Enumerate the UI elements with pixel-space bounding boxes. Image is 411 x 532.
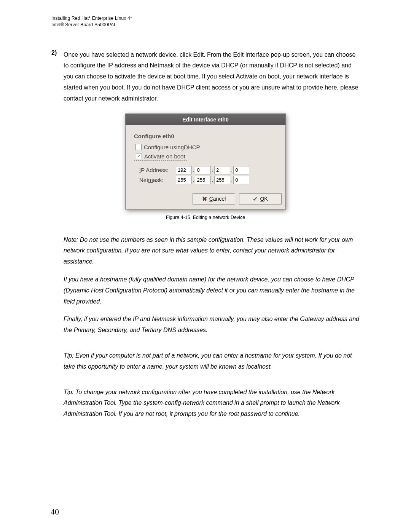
- dialog-body: Configure eth0 Configure using DHCP ✓ Ac…: [126, 125, 285, 191]
- dialog-footer: ✖ Cancel ✔ OK: [126, 191, 285, 209]
- activate-label-post: ctivate on boot: [148, 153, 185, 160]
- header-line-2: Intel® Server Board S5000PAL: [51, 22, 360, 28]
- notes-block: Note: Do not use the numbers as seen in …: [64, 235, 360, 420]
- nm-octet-3[interactable]: [214, 176, 230, 184]
- nm-label-post: ask:: [153, 177, 164, 183]
- dialog-title: Edit Interface eth0: [126, 114, 285, 125]
- note-paragraph-3: Finally, if you entered the IP and Netma…: [64, 314, 360, 336]
- note-paragraph-1: Note: Do not use the numbers as seen in …: [64, 235, 360, 267]
- activate-on-boot-checkbox-row[interactable]: ✓ Activate on boot: [134, 152, 187, 161]
- figure-caption: Figure 4-15. Editing a network Device: [51, 215, 360, 220]
- ok-button[interactable]: ✔ OK: [239, 193, 282, 204]
- netmask-label: Netmask:: [139, 177, 176, 183]
- dot-icon: .: [212, 167, 213, 174]
- ip-octet-3[interactable]: [214, 166, 230, 174]
- ip-grid: IP Address: . . . Netmask: . . .: [139, 166, 277, 184]
- configure-heading: Configure eth0: [134, 133, 277, 139]
- ok-u: O: [260, 196, 264, 202]
- dot-icon: .: [193, 167, 194, 174]
- cancel-u: C: [209, 196, 213, 202]
- page-number: 40: [51, 507, 59, 517]
- step-text: Once you have selected a network device,…: [64, 50, 360, 104]
- ip-octet-4[interactable]: [233, 166, 249, 174]
- ip-octet-1[interactable]: [176, 166, 192, 174]
- cancel-button[interactable]: ✖ Cancel: [193, 193, 235, 204]
- dialog-container: Edit Interface eth0 Configure eth0 Confi…: [51, 113, 360, 209]
- nm-octet-2[interactable]: [195, 176, 211, 184]
- checkbox-unchecked-icon: [135, 144, 142, 150]
- dhcp-label-post: HCP: [188, 144, 200, 150]
- netmask-row: Netmask: . . .: [139, 176, 277, 184]
- x-icon: ✖: [202, 195, 207, 203]
- cancel-label: Cancel: [209, 196, 226, 202]
- step-number: 2): [51, 50, 64, 104]
- dot-icon: .: [231, 177, 233, 184]
- checkbox-checked-icon: ✓: [136, 153, 142, 159]
- ok-icon: ✔: [253, 195, 258, 203]
- ok-label: OK: [260, 196, 268, 202]
- ip-octet-2[interactable]: [195, 166, 211, 174]
- nm-octet-4[interactable]: [233, 176, 249, 184]
- ip-address-row: IP Address: . . .: [139, 166, 277, 174]
- ip-label-post: P Address:: [141, 167, 168, 173]
- activate-label-underline: A: [144, 153, 148, 160]
- tip-paragraph-1: Tip: Even if your computer is not part o…: [64, 350, 360, 372]
- dhcp-label-underline: D: [184, 144, 188, 150]
- ok-post: K: [264, 196, 268, 202]
- dot-icon: .: [212, 177, 213, 184]
- header-line-1: Installing Red Hat* Enterprise Linux 4*: [51, 15, 360, 22]
- document-page: Installing Red Hat* Enterprise Linux 4* …: [0, 0, 411, 532]
- dot-icon: .: [231, 167, 233, 174]
- dhcp-checkbox-row[interactable]: Configure using DHCP: [134, 143, 202, 151]
- nm-octet-1[interactable]: [176, 176, 192, 184]
- dhcp-label-pre: Configure using: [144, 144, 184, 150]
- cancel-post: ancel: [213, 196, 226, 202]
- ip-address-label: IP Address:: [139, 167, 176, 173]
- tip-paragraph-2: Tip: To change your network configuratio…: [64, 387, 360, 420]
- nm-label-u: m: [148, 177, 153, 183]
- note-paragraph-2: If you have a hostname (fully qualified …: [64, 274, 360, 307]
- page-header: Installing Red Hat* Enterprise Linux 4* …: [51, 15, 360, 28]
- edit-interface-dialog: Edit Interface eth0 Configure eth0 Confi…: [125, 113, 286, 209]
- step-2: 2) Once you have selected a network devi…: [51, 50, 360, 104]
- nm-label-pre: Net: [139, 177, 148, 183]
- dot-icon: .: [193, 177, 194, 184]
